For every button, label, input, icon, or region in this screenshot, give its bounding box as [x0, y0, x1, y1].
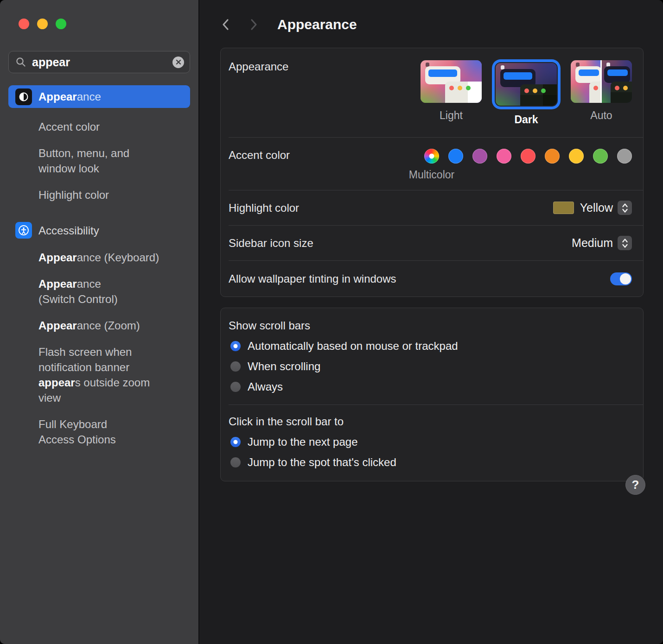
sidebar-item-accent-color[interactable]: Accent color: [8, 119, 190, 134]
light-option-label: Light: [440, 109, 463, 122]
highlight-color-swatch: [553, 202, 574, 214]
light-mode-thumbnail: [421, 60, 482, 103]
radio-option-when-scrolling[interactable]: When scrolling: [221, 360, 643, 373]
accent-swatches: [424, 149, 632, 164]
radio-option-jump-to-spot[interactable]: Jump to the spot that's clicked: [221, 456, 643, 469]
wallpaper-tinting-label: Allow wallpaper tinting in windows: [229, 272, 396, 285]
sidebar-item-appearance-keyboard[interactable]: Appearance (Keyboard): [8, 250, 190, 265]
toggle-knob: [620, 273, 631, 284]
appearance-option-dark[interactable]: Dark: [496, 60, 557, 126]
forward-button[interactable]: [250, 18, 258, 31]
scrollbar-click-title: Click in the scroll bar to: [221, 415, 643, 428]
scrollbar-settings-card: Show scroll bars Automatically based on …: [220, 308, 644, 481]
sidebar-item-appearance[interactable]: Appearance: [8, 85, 190, 108]
auto-option-label: Auto: [590, 109, 612, 122]
help-button[interactable]: ?: [625, 475, 645, 495]
appearance-mode-options: Light Dark: [421, 60, 632, 126]
sidebar-item-label: Flash screen when notification banner ap…: [38, 344, 153, 405]
sidebar-item-full-keyboard-access[interactable]: Full Keyboard Access Options: [8, 417, 190, 447]
accent-swatch-green[interactable]: [593, 149, 608, 164]
search-input[interactable]: [32, 56, 172, 69]
wallpaper-tinting-row: Allow wallpaper tinting in windows: [221, 261, 643, 297]
traffic-lights: [0, 0, 198, 29]
sidebar-item-highlight-color[interactable]: Highlight color: [8, 187, 190, 202]
appearance-option-light[interactable]: Light: [421, 60, 482, 126]
clear-search-button[interactable]: [172, 57, 184, 68]
search-field[interactable]: [8, 51, 190, 73]
chevron-up-down-icon: [621, 238, 629, 249]
sidebar-item-label: Appearance: [38, 89, 101, 104]
appearance-settings-card: Appearance Light: [220, 48, 644, 297]
close-button[interactable]: [19, 19, 29, 29]
dark-option-label: Dark: [514, 114, 538, 126]
appearance-mode-row: Appearance Light: [221, 48, 643, 137]
page-title: Appearance: [277, 17, 357, 32]
sidebar-icon-size-popup-button[interactable]: [618, 236, 632, 250]
auto-mode-thumbnail: [571, 60, 632, 103]
panel-header: Appearance: [199, 0, 663, 32]
accent-color-row: Accent color Multicolor: [221, 138, 643, 190]
accent-swatch-purple[interactable]: [472, 149, 487, 164]
settings-window: Appearance Accent color Button, menu, an…: [0, 0, 663, 644]
search-icon: [15, 57, 26, 68]
minimize-button[interactable]: [37, 19, 48, 29]
sidebar-item-label: Appearance (Zoom): [38, 319, 140, 332]
sidebar-item-label: Accessibility: [38, 223, 99, 238]
radio-button[interactable]: [230, 382, 241, 392]
highlight-color-label: Highlight color: [229, 202, 299, 215]
wallpaper-tinting-toggle[interactable]: [610, 272, 632, 285]
appearance-option-auto[interactable]: Auto: [571, 60, 632, 126]
sidebar-results-list: Appearance Accent color Button, menu, an…: [0, 85, 198, 447]
zoom-button[interactable]: [56, 19, 66, 29]
show-scrollbars-title: Show scroll bars: [221, 319, 643, 332]
radio-option-jump-next-page[interactable]: Jump to the next page: [221, 436, 643, 448]
accent-selected-caption: Multicolor: [409, 169, 454, 181]
sidebar-item-flash-screen[interactable]: Flash screen when notification banner ap…: [8, 344, 190, 405]
appearance-app-icon: [15, 88, 32, 105]
accent-swatch-pink[interactable]: [497, 149, 511, 164]
appearance-row-label: Appearance: [229, 60, 288, 73]
accent-swatch-red[interactable]: [521, 149, 536, 164]
sidebar-icon-size-value[interactable]: Medium: [572, 236, 613, 250]
accent-swatch-graphite[interactable]: [617, 149, 632, 164]
accent-swatch-yellow[interactable]: [569, 149, 584, 164]
highlight-color-popup-button[interactable]: [618, 201, 632, 215]
chevron-right-icon: [250, 18, 258, 31]
chevron-up-down-icon: [621, 202, 629, 214]
sidebar-item-label: Appearance (Switch Control): [38, 276, 133, 307]
dark-mode-thumbnail: [496, 63, 557, 106]
highlight-color-row: Highlight color Yellow: [221, 190, 643, 225]
accessibility-icon: [15, 222, 32, 239]
sidebar-item-label: Appearance (Keyboard): [38, 251, 159, 264]
divider: [229, 404, 643, 405]
sidebar-item-appearance-zoom[interactable]: Appearance (Zoom): [8, 318, 190, 333]
question-mark-icon: ?: [632, 478, 639, 492]
highlight-color-value[interactable]: Yellow: [580, 201, 613, 215]
radio-option-automatically[interactable]: Automatically based on mouse or trackpad: [221, 340, 643, 353]
accent-swatch-blue[interactable]: [448, 149, 463, 164]
sidebar-item-label: Accent color: [38, 120, 100, 133]
sidebar-item-accessibility[interactable]: Accessibility: [8, 222, 190, 239]
accent-swatch-orange[interactable]: [545, 149, 560, 164]
sidebar-item-appearance-switch-control[interactable]: Appearance (Switch Control): [8, 276, 190, 307]
close-icon: [176, 59, 181, 65]
sidebar-item-label: Full Keyboard Access Options: [38, 417, 133, 447]
radio-button[interactable]: [230, 361, 241, 372]
radio-option-always[interactable]: Always: [221, 380, 643, 393]
main-panel: Appearance Appearance: [199, 0, 663, 644]
back-button[interactable]: [222, 18, 230, 31]
sidebar-item-button-menu-window-look[interactable]: Button, menu, and window look: [8, 145, 190, 176]
sidebar-icon-size-label: Sidebar icon size: [229, 237, 313, 250]
radio-button[interactable]: [230, 457, 241, 467]
sidebar: Appearance Accent color Button, menu, an…: [0, 0, 199, 644]
radio-button[interactable]: [230, 341, 241, 351]
sidebar-item-label: Button, menu, and window look: [38, 145, 133, 176]
radio-button[interactable]: [230, 437, 241, 447]
sidebar-item-label: Highlight color: [38, 189, 109, 201]
accent-swatch-multicolor[interactable]: [424, 149, 439, 164]
accent-color-label: Accent color: [229, 149, 290, 162]
chevron-left-icon: [222, 18, 230, 31]
sidebar-icon-size-row: Sidebar icon size Medium: [221, 226, 643, 260]
